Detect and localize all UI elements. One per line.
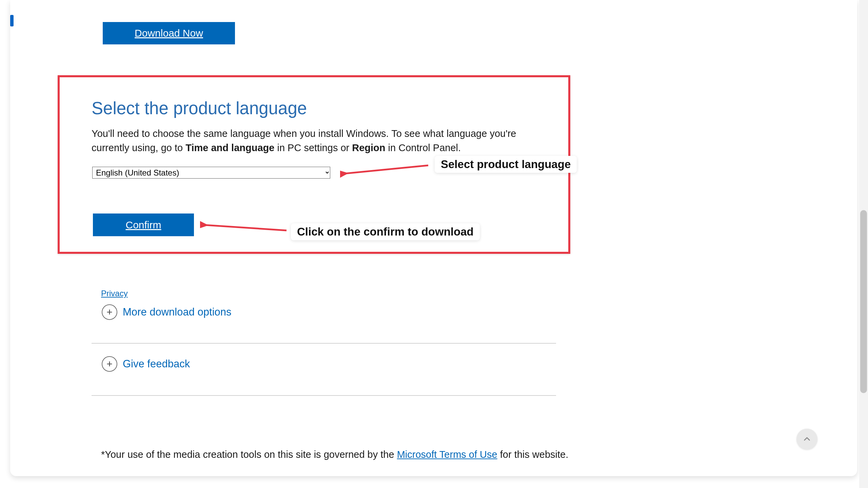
more-download-options-label: More download options	[123, 306, 232, 318]
privacy-link[interactable]: Privacy	[101, 289, 128, 298]
instruction-suffix: in Control Panel.	[386, 142, 461, 153]
give-feedback-row[interactable]: + Give feedback	[102, 356, 190, 372]
time-and-language-bold: Time and language	[185, 142, 274, 153]
section-heading-select-language: Select the product language	[92, 98, 307, 118]
svg-line-0	[345, 165, 428, 174]
scrollbar-thumb[interactable]	[860, 210, 867, 393]
language-instruction-text: You'll need to choose the same language …	[92, 126, 546, 155]
scrollbar-track[interactable]	[859, 0, 868, 488]
more-download-options-row[interactable]: + More download options	[102, 304, 232, 320]
product-language-select[interactable]: English (United States)	[92, 167, 330, 179]
scroll-to-top-button[interactable]	[796, 429, 817, 450]
download-now-label: Download Now	[135, 27, 203, 39]
region-bold: Region	[352, 142, 385, 153]
focus-indicator-bar	[10, 15, 14, 26]
plus-icon: +	[102, 304, 117, 320]
callout-select-language: Select product language	[435, 156, 577, 173]
terms-footnote: *Your use of the media creation tools on…	[101, 449, 568, 460]
download-now-button[interactable]: Download Now	[103, 22, 235, 44]
confirm-button[interactable]: Confirm	[93, 214, 194, 236]
svg-line-1	[205, 225, 287, 230]
page-card: Download Now Select the product language…	[10, 0, 857, 476]
microsoft-terms-link[interactable]: Microsoft Terms of Use	[397, 449, 497, 460]
divider	[92, 343, 556, 344]
footnote-suffix: for this website.	[497, 449, 569, 460]
divider	[92, 395, 556, 396]
callout-click-confirm: Click on the confirm to download	[291, 223, 480, 240]
instruction-mid: in PC settings or	[274, 142, 352, 153]
footnote-prefix: *Your use of the media creation tools on…	[101, 449, 397, 460]
arrow-to-confirm-icon	[200, 220, 293, 235]
arrow-to-select-icon	[340, 163, 435, 180]
plus-icon: +	[102, 356, 117, 372]
give-feedback-label: Give feedback	[123, 358, 190, 370]
chevron-up-icon	[803, 435, 811, 443]
confirm-label: Confirm	[125, 219, 161, 230]
